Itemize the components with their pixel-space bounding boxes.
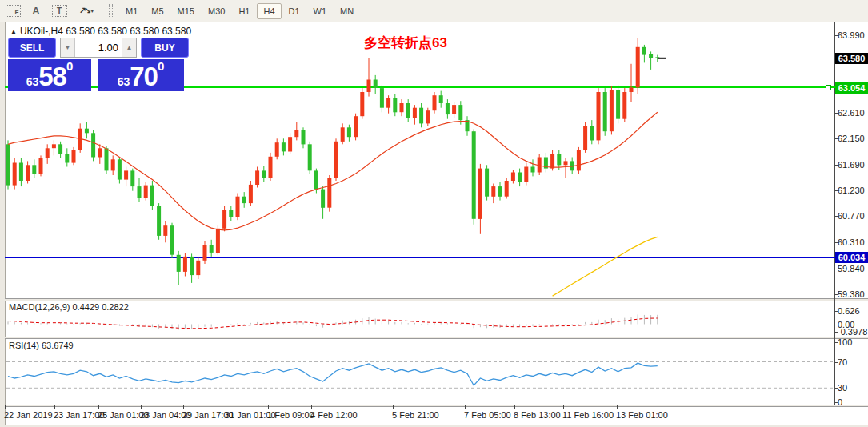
- buy-price-display[interactable]: 63700: [98, 59, 184, 91]
- price-tick: 59.380: [838, 289, 868, 299]
- time-label: 5 Feb 21:00: [392, 410, 439, 420]
- text-label-glyph: A: [32, 5, 39, 17]
- buy-price-small: 63: [118, 74, 130, 90]
- timeframe-button-M1[interactable]: M1: [119, 3, 144, 19]
- crosshair-grid-icon[interactable]: F: [2, 2, 23, 20]
- time-label: 1 Feb 09:00: [267, 410, 314, 420]
- rsi-tick: 70: [838, 357, 868, 367]
- time-label: 8 Feb 13:00: [514, 410, 561, 420]
- buy-price-sup: 0: [158, 60, 164, 72]
- buy-price-big: 70: [130, 63, 158, 90]
- price-tick: 62.150: [838, 134, 868, 143]
- rsi-tick: 0: [838, 397, 868, 407]
- rsi-tick: 100: [838, 337, 868, 347]
- volume-decrease-button[interactable]: ▼: [61, 38, 75, 57]
- time-label: 7 Feb 05:00: [464, 410, 511, 420]
- volume-spinner: ▼ ▲: [60, 38, 137, 58]
- green-level-tag: 63.054: [835, 82, 868, 94]
- text-box-icon[interactable]: T: [49, 2, 70, 20]
- sell-price-small: 63: [26, 74, 39, 90]
- sell-price-sup: 0: [66, 60, 73, 72]
- price-tick: 61.230: [838, 186, 868, 195]
- buy-button[interactable]: BUY: [141, 38, 189, 58]
- toolbar-separator: [366, 2, 366, 21]
- toolbar: F A T ↗↘ ▾ M1M5M15M30H1H4D1W1MN: [0, 0, 868, 22]
- time-label: 11 Feb 16:00: [562, 410, 614, 420]
- text-box-glyph: T: [52, 5, 67, 17]
- arrow-tool-glyph: ↗↘: [79, 6, 89, 16]
- one-click-trading-panel: SELL ▼ ▲ BUY 63580 63700: [8, 38, 189, 91]
- macd-label: MACD(12,26,9) 0.4429 0.2822: [9, 302, 129, 312]
- time-label: 4 Feb 12:00: [310, 410, 358, 420]
- chevron-down-icon[interactable]: ▾: [90, 7, 94, 14]
- time-label: 22 Jan 2019: [4, 410, 53, 420]
- rsi-label: RSI(14) 63.6749: [9, 341, 74, 350]
- toolbar-drag-handle[interactable]: [109, 4, 113, 18]
- timeframe-button-M15[interactable]: M15: [171, 3, 201, 19]
- macd-pane[interactable]: [6, 301, 834, 337]
- timeframe-button-H1[interactable]: H1: [232, 3, 256, 19]
- quote-values: 63.580 63.580 63.580 63.580: [66, 26, 191, 37]
- rsi-pane[interactable]: [6, 339, 834, 405]
- price-tick: 63.990: [838, 30, 868, 40]
- volume-increase-button[interactable]: ▲: [122, 38, 136, 57]
- price-tick: 60.310: [838, 237, 868, 247]
- timeframe-button-H4[interactable]: H4: [257, 3, 281, 19]
- arrow-tool-icon[interactable]: ↗↘ ▾: [72, 2, 101, 20]
- rsi-tick: 30: [838, 383, 868, 393]
- sell-price-display[interactable]: 63580: [8, 59, 91, 91]
- timeframe-button-M5[interactable]: M5: [145, 3, 170, 19]
- sell-price-big: 58: [38, 63, 66, 90]
- pane-separator-timeaxis: [5, 405, 868, 407]
- timeframe-button-W1[interactable]: W1: [307, 3, 334, 19]
- chart-title: ▲UKOil-,H4 63.580 63.580 63.580 63.580: [10, 26, 191, 37]
- blue-level-tag: 60.034: [835, 252, 868, 263]
- price-tick: 59.840: [838, 264, 868, 273]
- price-axis-line: [834, 22, 835, 405]
- chart-annotation: 多空转折点63: [364, 34, 447, 52]
- timeframe-button-M30[interactable]: M30: [202, 3, 231, 19]
- timeframe-group: M1M5M15M30H1H4D1W1MN: [119, 3, 361, 19]
- timeframe-button-D1[interactable]: D1: [282, 3, 306, 19]
- time-label: 13 Feb 01:00: [616, 410, 668, 420]
- volume-input[interactable]: [75, 38, 122, 57]
- price-tick: 61.690: [838, 160, 868, 170]
- symbol-label: UKOil-,H4: [20, 26, 63, 37]
- price-tick: 62.610: [838, 108, 868, 118]
- timeframe-button-MN[interactable]: MN: [334, 3, 360, 19]
- macd-tick: -0.3978: [838, 327, 868, 337]
- sell-button[interactable]: SELL: [8, 38, 56, 58]
- current-price-tag: 63.580: [835, 53, 868, 64]
- macd-tick: 0.626: [838, 306, 868, 316]
- crosshair-grid-glyph: F: [6, 5, 21, 17]
- text-label-icon[interactable]: A: [26, 2, 46, 20]
- collapse-triangle-icon[interactable]: ▲: [10, 28, 17, 35]
- price-tick: 60.770: [838, 211, 868, 221]
